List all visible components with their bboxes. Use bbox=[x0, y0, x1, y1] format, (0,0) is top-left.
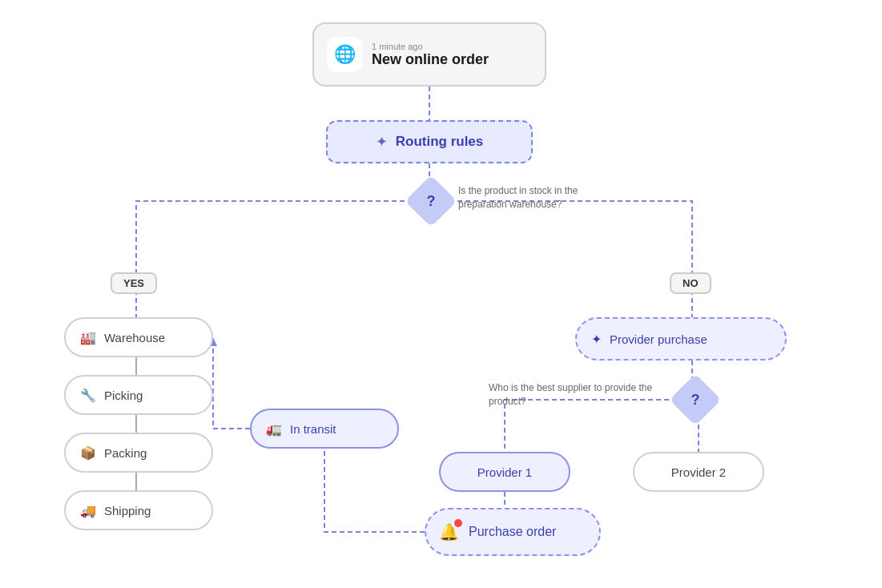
purchase-order-node[interactable]: 🔔 Purchase order bbox=[425, 508, 601, 556]
provider1-label: Provider 1 bbox=[477, 465, 532, 479]
bell-icon: 🔔 bbox=[439, 522, 459, 542]
shipping-label: Shipping bbox=[104, 504, 151, 518]
provider2-node[interactable]: Provider 2 bbox=[633, 452, 764, 492]
question1-diamond: ? bbox=[405, 175, 457, 227]
globe-icon: 🌐 bbox=[327, 37, 362, 72]
question2-diamond: ? bbox=[669, 373, 721, 425]
provider-purchase-label: Provider purchase bbox=[610, 332, 707, 346]
intransit-label: In transit bbox=[290, 422, 336, 436]
pick-icon: 🔧 bbox=[80, 388, 96, 403]
warehouse-node[interactable]: 🏭 Warehouse bbox=[64, 317, 213, 357]
warehouse-icon: 🏭 bbox=[80, 330, 96, 345]
question1-label: Is the product in stock in the preparati… bbox=[458, 184, 618, 211]
provider-purchase-icon: ✦ bbox=[591, 332, 602, 347]
online-order-node[interactable]: 🌐 1 minute ago New online order bbox=[312, 22, 546, 87]
provider-purchase-node[interactable]: ✦ Provider purchase bbox=[575, 317, 787, 360]
ship-icon: 🚚 bbox=[80, 503, 96, 518]
order-title: New online order bbox=[372, 51, 489, 68]
question1-symbol: ? bbox=[427, 193, 436, 210]
yes-badge: YES bbox=[111, 272, 157, 294]
picking-node[interactable]: 🔧 Picking bbox=[64, 375, 213, 415]
shipping-node[interactable]: 🚚 Shipping bbox=[64, 490, 213, 530]
packing-node[interactable]: 📦 Packing bbox=[64, 433, 213, 473]
order-time: 1 minute ago bbox=[372, 42, 489, 51]
question2-label: Who is the best supplier to provide the … bbox=[489, 381, 665, 409]
packing-label: Packing bbox=[104, 446, 147, 460]
routing-label: Routing rules bbox=[396, 134, 484, 150]
order-text-group: 1 minute ago New online order bbox=[372, 42, 489, 68]
bell-notification-badge bbox=[454, 519, 462, 527]
pack-icon: 📦 bbox=[80, 445, 96, 461]
sparkle-icon: ✦ bbox=[376, 133, 388, 151]
intransit-icon: 🚛 bbox=[266, 421, 282, 437]
routing-rules-node[interactable]: ✦ Routing rules bbox=[326, 120, 533, 163]
question2-symbol: ? bbox=[691, 392, 700, 409]
provider1-node[interactable]: Provider 1 bbox=[439, 452, 570, 492]
no-badge: NO bbox=[670, 272, 711, 294]
warehouse-label: Warehouse bbox=[104, 331, 165, 344]
purchase-order-label: Purchase order bbox=[469, 525, 556, 539]
picking-label: Picking bbox=[104, 389, 143, 402]
provider2-label: Provider 2 bbox=[671, 465, 726, 479]
intransit-node[interactable]: 🚛 In transit bbox=[250, 409, 399, 449]
